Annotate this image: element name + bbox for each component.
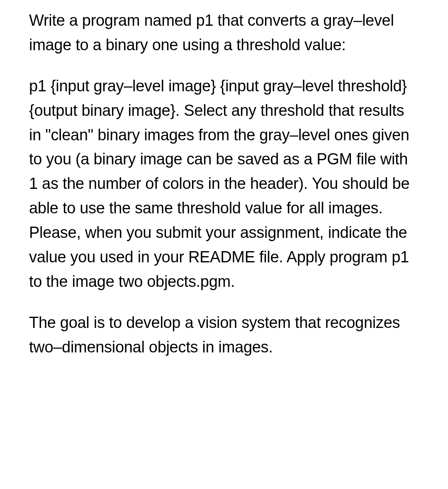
paragraph-2: p1 {input gray–level image} {input gray–… [29, 74, 419, 294]
paragraph-3: The goal is to develop a vision system t… [29, 311, 419, 359]
paragraph-1: Write a program named p1 that converts a… [29, 8, 419, 57]
document-content: Write a program named p1 that converts a… [29, 8, 419, 359]
